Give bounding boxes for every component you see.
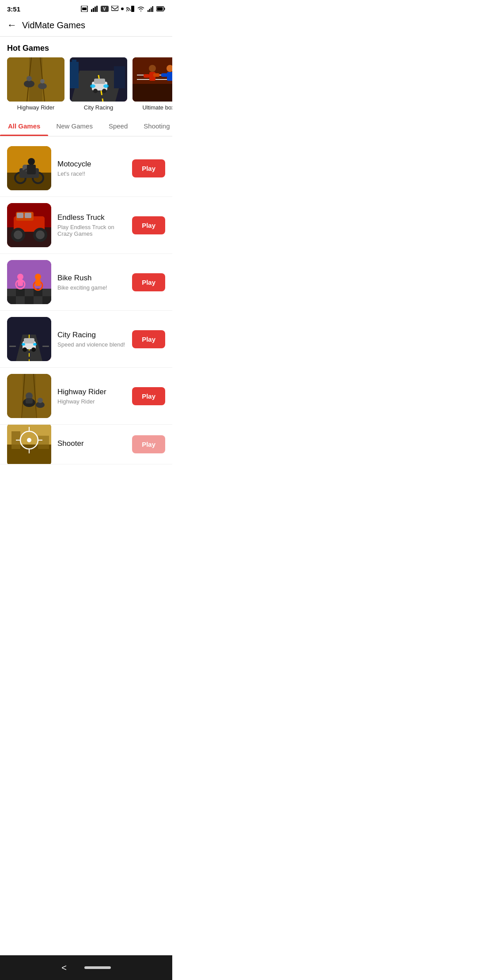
play-button-motocycle[interactable]: Play xyxy=(132,159,165,177)
play-button-shooter[interactable]: Play xyxy=(132,435,165,453)
svg-rect-99 xyxy=(18,279,23,286)
cast-icon xyxy=(126,6,134,12)
svg-text:V: V xyxy=(103,7,106,11)
game-name: Endless Truck xyxy=(57,213,126,222)
game-category-tabs: All Games New Games Speed Shooting Sport xyxy=(0,116,172,136)
sim-icon xyxy=(80,6,88,12)
status-time: 3:51 xyxy=(7,5,20,13)
svg-rect-44 xyxy=(144,74,150,78)
motocycle-art xyxy=(7,146,51,190)
svg-rect-30 xyxy=(94,79,105,84)
svg-rect-12 xyxy=(149,9,151,12)
game-name: Bike Rush xyxy=(57,274,126,283)
bike-rush-art xyxy=(7,260,51,304)
game-thumb-bike-rush xyxy=(7,260,51,304)
svg-rect-112 xyxy=(42,346,49,347)
svg-rect-37 xyxy=(114,66,125,88)
dot-icon xyxy=(121,8,124,10)
svg-rect-94 xyxy=(34,296,42,304)
game-item: City Racing Speed and violence blend! Pl… xyxy=(0,311,172,368)
svg-rect-91 xyxy=(7,296,16,304)
hot-games-title: Hot Games xyxy=(0,37,172,57)
svg-point-25 xyxy=(40,79,45,83)
wifi-icon xyxy=(137,6,145,12)
play-button-truck[interactable]: Play xyxy=(132,216,165,234)
svg-rect-92 xyxy=(16,296,25,304)
svg-point-33 xyxy=(90,84,95,88)
game-info: City Racing Speed and violence blend! xyxy=(57,331,126,348)
play-button-city-racing[interactable]: Play xyxy=(132,330,165,348)
app-header: ← VidMate Games xyxy=(0,16,172,37)
signal-icon xyxy=(148,6,154,12)
game-desc: Play Endless Truck on Crazy Games xyxy=(57,224,126,237)
hot-game-item[interactable]: Highway Rider xyxy=(7,57,64,111)
hot-game-item[interactable]: Ultimate box… xyxy=(132,57,172,111)
svg-point-23 xyxy=(26,76,32,81)
svg-point-110 xyxy=(33,343,37,346)
game-desc: Speed and violence blend! xyxy=(57,341,126,348)
tab-all-games[interactable]: All Games xyxy=(0,116,48,136)
tab-new-games[interactable]: New Games xyxy=(48,116,101,136)
game-info: Shooter xyxy=(57,439,126,450)
svg-point-81 xyxy=(36,230,45,239)
svg-point-129 xyxy=(27,438,31,442)
svg-point-108 xyxy=(31,347,36,352)
back-button[interactable]: ← xyxy=(7,19,17,31)
battery-icon xyxy=(156,6,165,11)
svg-rect-36 xyxy=(72,60,76,66)
hot-game-item[interactable]: City Racing xyxy=(70,57,127,111)
game-info: Motocycle Let's race!! xyxy=(57,160,126,177)
tab-speed[interactable]: Speed xyxy=(101,116,136,136)
svg-rect-45 xyxy=(153,73,159,77)
svg-point-34 xyxy=(103,84,109,88)
svg-rect-10 xyxy=(131,6,134,12)
hot-game-thumb-city xyxy=(70,57,127,102)
v-badge-icon: V xyxy=(101,6,109,12)
hot-game-thumb-boxing xyxy=(132,57,172,102)
svg-point-42 xyxy=(149,65,156,72)
truck-art xyxy=(7,203,51,247)
svg-point-123 xyxy=(38,398,43,403)
play-button-bike-rush[interactable]: Play xyxy=(132,273,165,291)
game-thumb-truck xyxy=(7,203,51,247)
status-bar: 3:51 V xyxy=(0,0,172,16)
svg-rect-4 xyxy=(95,7,96,12)
game-thumb-shooter xyxy=(7,425,51,464)
svg-rect-93 xyxy=(25,296,34,304)
svg-rect-13 xyxy=(151,8,152,12)
game-name: Highway Rider xyxy=(57,388,126,396)
svg-rect-8 xyxy=(111,6,118,11)
svg-rect-117 xyxy=(7,374,23,418)
svg-point-31 xyxy=(93,89,98,93)
shooter-list-art xyxy=(7,425,51,464)
game-desc: Highway Rider xyxy=(57,398,126,405)
svg-rect-87 xyxy=(16,289,25,296)
svg-rect-17 xyxy=(157,8,163,11)
highway-rider-list-art xyxy=(7,374,51,418)
game-item: Highway Rider Highway Rider Play xyxy=(0,368,172,425)
game-name: City Racing xyxy=(57,331,126,339)
svg-rect-5 xyxy=(96,6,98,12)
svg-rect-86 xyxy=(7,289,16,296)
svg-point-32 xyxy=(102,89,106,93)
svg-rect-39 xyxy=(132,84,172,102)
game-info: Highway Rider Highway Rider xyxy=(57,388,126,405)
svg-rect-106 xyxy=(24,338,34,343)
svg-rect-95 xyxy=(42,296,51,304)
play-button-highway-rider[interactable]: Play xyxy=(132,387,165,405)
game-item: Endless Truck Play Endless Truck on Craz… xyxy=(0,197,172,254)
svg-point-79 xyxy=(14,230,23,239)
hot-game-thumb-highway xyxy=(7,57,64,102)
tab-shooting[interactable]: Shooting xyxy=(136,116,172,136)
svg-point-98 xyxy=(17,274,23,280)
svg-rect-121 xyxy=(26,398,33,403)
svg-point-107 xyxy=(23,347,27,352)
game-thumb-motocycle xyxy=(7,146,51,190)
city-art xyxy=(70,57,127,102)
svg-point-9 xyxy=(121,8,124,10)
hot-games-section: Hot Games Highway Rider xyxy=(0,37,172,116)
game-item: Bike Rush Bike exciting game! Play xyxy=(0,254,172,311)
hot-games-scroll: Highway Rider xyxy=(0,57,172,116)
games-list: Motocycle Let's race!! Play xyxy=(0,136,172,468)
svg-rect-111 xyxy=(9,346,16,347)
